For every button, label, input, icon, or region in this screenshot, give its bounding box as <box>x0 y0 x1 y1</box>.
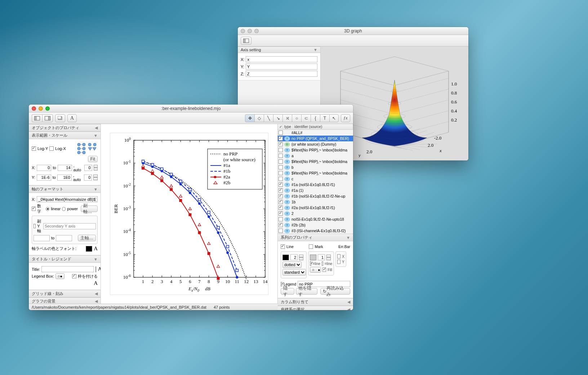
titlebar-main[interactable]: :ber-example-lineboldened.mjo <box>29 105 353 112</box>
object-row[interactable]: D (or white source) (Dummy) <box>278 141 353 147</box>
line-variant-select[interactable]: standard <box>282 269 306 275</box>
line-tool[interactable]: ╲ <box>264 114 273 122</box>
brace-tool[interactable]: { <box>311 114 320 122</box>
font-icon[interactable]: A <box>94 246 98 252</box>
panel-range-scale[interactable]: 表示範囲・スケール▼ <box>29 132 101 139</box>
mark-size-input[interactable] <box>318 254 325 260</box>
object-row[interactable]: T #1b (noISI-Ex1q0.8Lf2-f2-Ne-up <box>278 193 353 199</box>
line-checkbox[interactable] <box>281 244 285 249</box>
object-row[interactable]: T #2a (noISI-Ex1q0.9Lf2-f1) <box>278 205 353 211</box>
line-color-well[interactable] <box>282 255 289 260</box>
legend-pos-grid[interactable]: ○● <box>55 273 64 279</box>
mark-color-well[interactable] <box>310 255 316 260</box>
subaxis-button[interactable]: 副軸… <box>81 206 98 212</box>
x-from-input[interactable] <box>37 165 51 171</box>
power-radio[interactable] <box>62 207 66 211</box>
sidebar-left-toggle[interactable] <box>32 114 42 122</box>
panel-object-props[interactable]: オブジェクトのプロパティ◀ <box>29 124 101 132</box>
secondary-y-input[interactable] <box>43 223 96 229</box>
errbar-y-checkbox[interactable] <box>337 260 340 264</box>
axis-format-x-input[interactable] <box>37 196 98 202</box>
move-tool[interactable]: ✥ <box>245 114 254 122</box>
eqline2-checkbox[interactable] <box>322 261 323 266</box>
font-button[interactable]: A <box>67 114 77 122</box>
panel-axis-format[interactable]: 軸のフォーマット▼ <box>29 185 101 193</box>
line-style-select[interactable]: dotted <box>282 261 302 268</box>
y-auto-input[interactable] <box>84 175 92 181</box>
fit-button[interactable]: Fit <box>88 156 98 162</box>
frame-checkbox[interactable] <box>72 274 76 278</box>
panel-grid[interactable]: グリッド線・刻み◀ <box>29 290 101 297</box>
object-row[interactable]: T b <box>278 164 353 170</box>
arrow-tool[interactable]: ↘ <box>273 114 282 122</box>
mark-size-stepper[interactable] <box>326 255 331 260</box>
title-color-well[interactable] <box>95 266 96 272</box>
plot-area[interactable]: 123456789101112131410-610-510-410-310-21… <box>101 124 277 304</box>
axis-x-input[interactable] <box>246 56 317 62</box>
x-auto-stepper[interactable] <box>94 165 98 171</box>
object-row[interactable]: T #2b (2b) <box>278 222 353 228</box>
hide-others-button[interactable]: 他を隠す <box>296 288 318 295</box>
panel-bg[interactable]: グラフの背景◀ <box>29 297 101 304</box>
reload-button[interactable]: ↻ 再読み込み <box>320 288 350 295</box>
panel-column-assign[interactable]: カラム割り当て◀ <box>278 298 353 306</box>
object-row[interactable]: T #1a (1) <box>278 188 353 193</box>
object-row[interactable]: T no PRP (QPSK_and_BPSK_BER) <box>278 136 353 141</box>
zoom-sliders-icon[interactable] <box>76 142 98 155</box>
object-row[interactable]: #ALL# <box>278 130 353 136</box>
font-icon[interactable]: A <box>94 280 98 286</box>
legend-checkbox[interactable] <box>281 282 282 286</box>
eraser-tool[interactable]: ◇ <box>254 114 264 122</box>
object-row[interactable]: T $¥text{No PRP},~ \mbox{\boldma <box>278 159 353 164</box>
title-input[interactable] <box>41 266 94 272</box>
text-tool[interactable]: T <box>320 114 329 122</box>
pointer-tool[interactable]: ↖ <box>329 114 339 122</box>
mainaxis-button[interactable]: 主軸… <box>78 235 96 241</box>
linear-radio[interactable] <box>46 207 49 211</box>
sec-from-input[interactable] <box>34 235 50 241</box>
fx-button[interactable]: ƒx <box>341 114 350 122</box>
panel-series-props[interactable]: 系列のプロパティ▼ <box>278 234 353 241</box>
secondary-y-checkbox[interactable] <box>34 224 36 228</box>
panel-coord-select[interactable]: 座標系の選択◀ <box>278 306 353 310</box>
panel-title-legend[interactable]: タイトル・レジェンド▼ <box>29 255 101 263</box>
object-row[interactable]: T 1b <box>278 199 353 205</box>
arc-tool[interactable]: ⊂ <box>301 114 311 122</box>
log-x-checkbox[interactable] <box>49 146 54 151</box>
x-to-input[interactable] <box>58 165 72 171</box>
sidebar-right-toggle[interactable] <box>42 114 53 122</box>
object-row[interactable]: T c <box>278 176 353 182</box>
titlebar-3d[interactable]: 3D graph <box>238 27 468 35</box>
y-from-input[interactable] <box>37 175 51 181</box>
y-auto-stepper[interactable] <box>93 175 98 180</box>
axis-color-well[interactable] <box>86 246 92 252</box>
object-row[interactable]: T a <box>278 153 353 159</box>
line-width-input[interactable] <box>290 254 298 260</box>
layers-button[interactable] <box>55 114 65 122</box>
hide-button[interactable]: 隠す <box>281 288 294 295</box>
font-icon[interactable]: A <box>98 266 101 272</box>
object-list[interactable]: #ALL# T no PRP (QPSK_and_BPSK_BER) D (or… <box>278 130 353 234</box>
errbar-x-checkbox[interactable] <box>337 254 340 259</box>
axis-z-input[interactable] <box>246 71 317 77</box>
mark-checkbox[interactable] <box>309 244 313 249</box>
y-to-input[interactable] <box>57 175 72 181</box>
sidebar-toggle-button[interactable] <box>241 37 251 45</box>
line-width-stepper[interactable] <box>299 255 303 260</box>
log-y-checkbox[interactable] <box>32 146 36 151</box>
double-arrow-tool[interactable]: ⤭ <box>282 114 292 122</box>
object-row[interactable]: T $¥text{No PRP},~ \mbox{\boldma <box>278 170 353 176</box>
eqline1-checkbox[interactable] <box>310 261 311 266</box>
object-row[interactable]: T #1a (noISI-Ex1q0.8Lf2-f1) <box>278 182 353 188</box>
marker-shape-picker[interactable]: ○● <box>310 267 321 273</box>
object-row[interactable]: T $¥text{No PRP},~ \mbox{\boldma <box>278 147 353 153</box>
object-row[interactable]: T noISI-Ex1q0.9Lf2-f2-Ne-upto18 <box>278 216 353 222</box>
axis-y-input[interactable] <box>246 63 317 70</box>
fill-checkbox[interactable] <box>322 268 326 272</box>
panel-axis-setting[interactable]: Axis setting▼ <box>238 47 320 53</box>
sec-to-input[interactable] <box>56 235 72 241</box>
x-auto-input[interactable] <box>84 165 92 171</box>
object-row[interactable]: T #3 (ISI-channelA-Ex1q0.8Lf3-f2) <box>278 228 353 234</box>
object-row[interactable]: T 2 <box>278 211 353 216</box>
number-checkbox[interactable] <box>32 207 36 211</box>
